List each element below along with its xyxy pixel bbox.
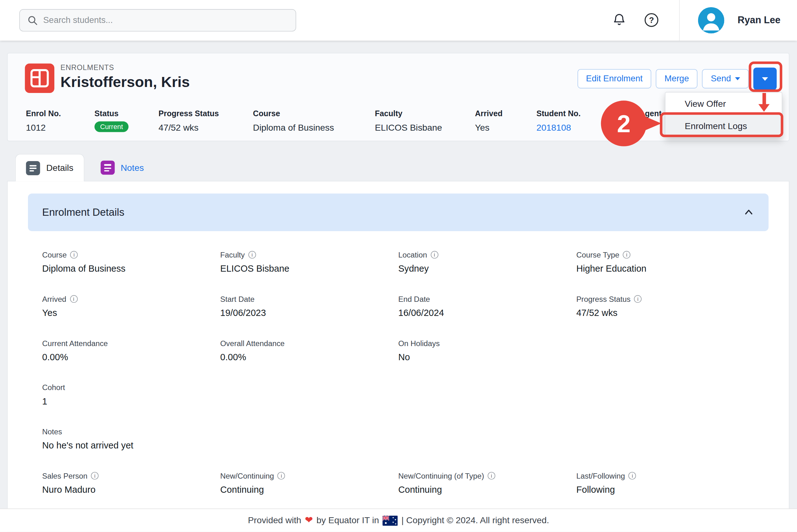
help-button[interactable] [645,13,659,27]
annotation-box-enrolment-logs [660,112,783,137]
field-label: End Date [398,294,430,303]
merge-button[interactable]: Merge [656,69,698,88]
field-label: Last/Following [576,471,625,480]
summary-value: Diploma of Business [253,122,334,133]
field-label: Overall Attendance [220,339,285,347]
tab-details[interactable]: Details [15,154,84,181]
field-label: Course Type [576,250,619,259]
field-label: New/Continuing (of Type) [398,471,484,480]
field-label: Notes [42,427,62,436]
help-icon [645,13,659,27]
field-value: No [398,352,576,363]
student-no-link[interactable]: 2018108 [536,122,571,133]
summary-value: ELICOS Bisbane [375,122,442,133]
summary-label: Progress Status [158,109,219,118]
field-new-continuing-of-type: New/Continuing (of Type) Continuing [398,471,576,495]
field-label: Sales Person [42,471,87,480]
annotation-step-number: 2 [617,110,630,137]
field-cohort: Cohort 1 [42,383,220,407]
info-icon[interactable] [623,251,630,259]
info-icon[interactable] [70,295,77,303]
field-empty [398,383,576,407]
module-eyebrow: ENROLMENTS [60,63,114,72]
enrolment-details-section-header[interactable]: Enrolment Details [28,193,768,231]
topbar-divider [679,0,680,40]
annotation-arrow-line [762,93,766,104]
user-icon [698,7,724,34]
field-label: Arrived [42,294,66,303]
field-end-date: End Date 16/06/2024 [398,294,576,319]
summary-course: Course Diploma of Business [253,109,334,133]
field-label: Current Attendance [42,339,108,347]
chevron-up-icon[interactable] [743,207,755,218]
field-value: Nuro Maduro [42,484,220,495]
field-value: 47/52 wks [576,308,754,319]
field-value: Continuing [398,484,576,495]
summary-label: Student No. [536,109,581,118]
edit-enrolment-button[interactable]: Edit Enrolment [577,69,651,88]
notifications-button[interactable] [612,13,626,28]
field-label: Cohort [42,383,65,392]
field-value: Continuing [220,484,398,495]
info-icon[interactable] [629,472,636,479]
send-button[interactable]: Send [702,69,748,88]
info-icon[interactable] [634,295,642,303]
summary-label: Faculty [375,109,442,118]
info-icon[interactable] [248,251,256,259]
annotation-step-badge: 2 [601,100,647,146]
summary-progress-status: Progress Status 47/52 wks [158,109,219,133]
footer-text: Provided with [248,515,301,526]
field-on-holidays: On Holidays No [398,339,576,363]
info-icon[interactable] [91,472,99,479]
field-label: Start Date [220,294,254,303]
field-start-date: Start Date 19/06/2023 [220,294,398,319]
field-empty [220,383,398,407]
field-label: Location [398,250,427,259]
summary-label: Arrived [475,109,502,118]
search-input[interactable] [43,15,288,25]
field-arrived: Arrived Yes [42,294,220,319]
info-icon[interactable] [488,472,495,479]
field-value: 1 [42,396,220,407]
field-faculty: Faculty ELICOS Bisbane [220,250,398,274]
field-empty [576,339,754,363]
search-icon [27,15,38,26]
field-label: New/Continuing [220,471,274,480]
topbar: Ryan Lee [0,0,797,40]
summary-value: Yes [475,122,502,133]
edit-enrolment-label: Edit Enrolment [586,74,643,84]
field-value: 0.00% [220,352,398,363]
field-notes: Notes No he's not arrived yet [42,427,754,451]
summary-status: Status Current [95,109,129,132]
field-location: Location Sydney [398,250,576,274]
footer-text: by Equator IT in [317,515,379,526]
field-value: 19/06/2023 [220,308,398,319]
field-course-type: Course Type Higher Education [576,250,754,274]
info-icon[interactable] [278,472,285,479]
field-new-continuing: New/Continuing Continuing [220,471,398,495]
user-avatar[interactable] [698,7,724,34]
summary-student-no: Student No. 2018108 [536,109,581,133]
field-value: Higher Education [576,264,754,274]
student-search[interactable] [19,9,296,32]
header-actions: Edit Enrolment Merge Send [577,66,777,91]
notes-icon [100,160,114,175]
details-icon [26,161,40,175]
summary-label: Enrol No. [26,109,61,118]
user-name[interactable]: Ryan Lee [738,15,781,26]
summary-value: 47/52 wks [158,122,219,133]
field-progress-status: Progress Status 47/52 wks [576,294,754,319]
page: Ryan Lee ENROLMENTS Kristofferson, Kris … [0,0,797,532]
enrolments-app-icon [25,63,54,93]
field-value: Sydney [398,264,576,274]
field-label: Course [42,250,67,259]
info-icon[interactable] [431,251,438,259]
tab-notes[interactable]: Notes [90,154,154,181]
info-icon[interactable] [70,251,78,259]
field-sales-person: Sales Person Nuro Maduro [42,471,220,495]
field-value: No he's not arrived yet [42,440,754,451]
summary-arrived: Arrived Yes [475,109,502,133]
field-value: Diploma of Business [42,264,220,274]
summary-label: Course [253,109,334,118]
field-value: Yes [42,308,220,319]
